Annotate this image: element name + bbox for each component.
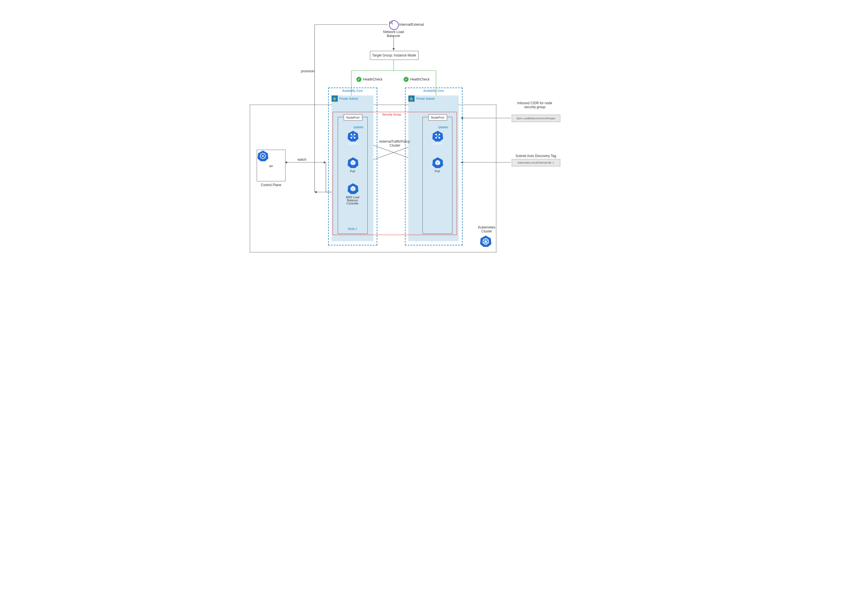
- svg-line-38: [260, 158, 261, 159]
- provision-label: provision: [301, 69, 314, 73]
- svg-line-39: [264, 158, 265, 159]
- check-icon: ✓: [403, 77, 409, 82]
- svg-line-37: [264, 153, 265, 154]
- inbound-cidr-code: Spec.LoadBalancerSourceRanges: [512, 115, 560, 122]
- healthcheck-1: ✓ HealthCheck: [357, 77, 383, 82]
- target-group-box: Target Group: Instance Mode: [370, 51, 418, 60]
- healthcheck-2: ✓ HealthCheck: [403, 77, 430, 82]
- watch-label: watch: [298, 158, 307, 162]
- security-group-box: [333, 112, 457, 235]
- svg-rect-15: [390, 22, 392, 23]
- inbound-cidr-title: Inbound CIDR for node security group: [512, 101, 557, 109]
- nlb-icon: [389, 20, 399, 30]
- svg-point-17: [392, 24, 393, 24]
- subnet-tag-title: Subnet Auto Discovery Tag: [514, 154, 559, 158]
- lock-icon: 🔒: [332, 95, 338, 102]
- security-group-label: Security Group: [382, 113, 401, 116]
- lock-icon: 🔒: [408, 95, 415, 102]
- subnet-tag-code: kubernetes.io/role/internal-elb: 1: [512, 159, 560, 166]
- nlb-side-label: Internal/External: [399, 23, 424, 27]
- control-plane-label: Control Plane: [261, 183, 281, 187]
- api-icon: [257, 150, 269, 162]
- svg-point-16: [392, 21, 393, 22]
- external-traffic-label: externalTrafficPolicy: Cluster: [378, 139, 412, 148]
- nlb-label: Network Load Balancer: [382, 30, 405, 38]
- svg-point-31: [262, 155, 264, 157]
- control-plane-box: api: [257, 150, 286, 181]
- k8s-cluster-label: Kubernetes Cluster: [476, 225, 498, 233]
- check-icon: ✓: [357, 77, 361, 82]
- svg-line-36: [260, 153, 261, 154]
